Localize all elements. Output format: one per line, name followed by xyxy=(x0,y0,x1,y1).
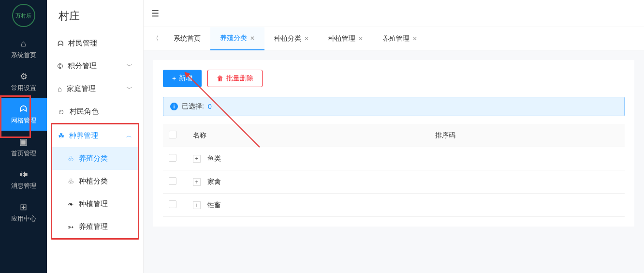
table-row: +鱼类 xyxy=(163,147,625,170)
expand-icon[interactable]: + xyxy=(193,178,201,186)
tab-label: 系统首页 xyxy=(174,34,201,43)
expand-icon[interactable]: + xyxy=(193,201,201,209)
menu-item-role[interactable]: ☺ 村民角色 xyxy=(52,100,138,123)
bulk-delete-button[interactable]: 🗑 批量删除 xyxy=(207,70,263,87)
main-area: ☰ 〈 系统首页 养殖分类 ✕ 种植分类 ✕ 种植管理 ✕ 养殖管理 ✕ xyxy=(144,0,644,273)
submenu-label: 养殖分类 xyxy=(79,154,108,163)
menu-item-villager[interactable]: ᗣ 村民管理 xyxy=(52,32,138,55)
cell-name: 牲畜 xyxy=(207,201,221,210)
info-icon: i xyxy=(170,103,178,110)
submenu-breeding-manage[interactable]: ➳ 养殖管理 xyxy=(52,215,138,238)
leaf-icon: ☘ xyxy=(58,132,64,140)
home-icon: ⌂ xyxy=(58,85,62,93)
toolbar: + 新增 🗑 批量删除 xyxy=(163,70,625,87)
nav-label: 网格管理 xyxy=(11,116,36,125)
nav-item-settings[interactable]: ⚙ 常用设置 xyxy=(0,65,47,98)
plus-icon: + xyxy=(172,75,176,82)
sidebar-title: 村庄 xyxy=(47,0,143,32)
close-icon[interactable]: ✕ xyxy=(358,35,363,42)
nav-label: 消息管理 xyxy=(11,182,36,190)
row-checkbox[interactable] xyxy=(169,177,176,185)
primary-nav: 万村乐 ⌂ 系统首页 ⚙ 常用设置 ᗣ 网格管理 ▣ 首页管理 🕪 消息管理 ⊞… xyxy=(0,0,47,273)
menu-item-farming[interactable]: ☘ 种养管理 ︿ xyxy=(52,124,138,147)
topbar: ☰ xyxy=(144,0,644,27)
menu-label: 村民管理 xyxy=(68,39,97,48)
nav-item-apps[interactable]: ⊞ 应用中心 xyxy=(0,196,47,229)
tab-breeding-manage[interactable]: 养殖管理 ✕ xyxy=(373,27,427,50)
submenu-breeding-category[interactable]: ♧ 养殖分类 xyxy=(52,147,138,170)
table-row: +家禽 xyxy=(163,170,625,194)
home-icon: ⌂ xyxy=(21,39,26,49)
apps-icon: ⊞ xyxy=(20,202,27,212)
selection-count: 0 xyxy=(208,103,212,110)
trash-icon: 🗑 xyxy=(217,75,223,82)
nav-item-message[interactable]: 🕪 消息管理 xyxy=(0,164,47,196)
logo: 万村乐 xyxy=(12,4,35,27)
button-label: 批量删除 xyxy=(226,74,253,83)
nav-label: 常用设置 xyxy=(11,84,36,92)
coin-icon: © xyxy=(58,62,63,70)
layout-icon: ▣ xyxy=(19,136,28,147)
tab-label: 种植分类 xyxy=(274,34,301,43)
nav-item-home[interactable]: ⌂ 系统首页 xyxy=(0,33,47,65)
sprout-icon: ❧ xyxy=(68,200,74,209)
tab-label: 养殖分类 xyxy=(220,34,247,43)
submenu-label: 养殖管理 xyxy=(79,222,108,231)
chevron-up-icon: ︿ xyxy=(126,132,132,140)
menu-item-family[interactable]: ⌂ 家庭管理 ﹀ xyxy=(52,77,138,100)
speaker-icon: 🕪 xyxy=(19,169,28,180)
button-label: 新增 xyxy=(179,74,192,83)
menu-label: 村民角色 xyxy=(70,107,99,116)
nav-label: 首页管理 xyxy=(11,149,36,158)
close-icon[interactable]: ✕ xyxy=(412,35,417,42)
collapse-sidebar-button[interactable]: ☰ xyxy=(151,8,159,19)
table-row: +牲畜 xyxy=(163,194,625,217)
column-header-name: 名称 xyxy=(187,124,429,147)
tree-icon: ♧ xyxy=(68,177,74,186)
add-button[interactable]: + 新增 xyxy=(163,70,202,87)
chevron-down-icon: ﹀ xyxy=(127,85,132,93)
cell-name: 鱼类 xyxy=(207,154,221,163)
alert-text: 已选择: xyxy=(182,102,204,111)
smile-icon: ☺ xyxy=(58,107,65,116)
row-checkbox[interactable] xyxy=(169,200,176,208)
nav-item-grid[interactable]: ᗣ 网格管理 xyxy=(0,98,47,131)
tab-breeding-category[interactable]: 养殖分类 ✕ xyxy=(210,27,264,50)
tab-home[interactable]: 系统首页 xyxy=(164,27,210,50)
menu-label: 家庭管理 xyxy=(67,84,96,93)
tab-prev-button[interactable]: 〈 xyxy=(147,34,164,43)
menu-item-points[interactable]: © 积分管理 ﹀ xyxy=(52,55,138,77)
submenu-planting-category[interactable]: ♧ 种植分类 xyxy=(52,170,138,193)
chevron-down-icon: ﹀ xyxy=(127,62,132,70)
tab-bar: 〈 系统首页 养殖分类 ✕ 种植分类 ✕ 种植管理 ✕ 养殖管理 ✕ xyxy=(144,27,644,50)
expand-icon[interactable]: + xyxy=(193,155,201,163)
menu-label: 积分管理 xyxy=(68,61,97,71)
close-icon[interactable]: ✕ xyxy=(304,35,309,42)
select-all-checkbox[interactable] xyxy=(169,131,176,138)
tab-label: 养殖管理 xyxy=(382,34,410,43)
tree-icon: ♧ xyxy=(68,154,74,163)
nav-label: 应用中心 xyxy=(11,214,36,223)
row-checkbox[interactable] xyxy=(169,154,176,162)
submenu-planting-manage[interactable]: ❧ 种植管理 xyxy=(52,193,138,215)
tab-planting-manage[interactable]: 种植管理 ✕ xyxy=(319,27,373,50)
secondary-sidebar: 村庄 ᗣ 村民管理 © 积分管理 ﹀ ⌂ 家庭管理 ﹀ ☺ 村民角色 xyxy=(47,0,144,273)
user-icon: ᗣ xyxy=(20,104,27,114)
nav-item-homepage[interactable]: ▣ 首页管理 xyxy=(0,131,47,164)
gear-icon: ⚙ xyxy=(20,71,28,82)
nav-label: 系统首页 xyxy=(11,51,36,60)
tab-label: 种植管理 xyxy=(328,34,355,43)
menu-label: 种养管理 xyxy=(69,131,98,140)
tab-planting-category[interactable]: 种植分类 ✕ xyxy=(264,27,319,50)
submenu-label: 种植管理 xyxy=(79,199,108,209)
selection-alert: i 已选择: 0 xyxy=(163,97,625,116)
close-icon[interactable]: ✕ xyxy=(250,35,255,42)
person-icon: ᗣ xyxy=(58,39,63,48)
submenu-label: 种植分类 xyxy=(79,177,108,186)
column-header-sort: 排序码 xyxy=(429,124,625,147)
data-table: 名称 排序码 +鱼类 +家禽 xyxy=(163,124,625,217)
content-panel: + 新增 🗑 批量删除 i 已选择: 0 xyxy=(153,60,634,227)
cow-icon: ➳ xyxy=(68,223,74,231)
cell-name: 家禽 xyxy=(207,178,221,186)
